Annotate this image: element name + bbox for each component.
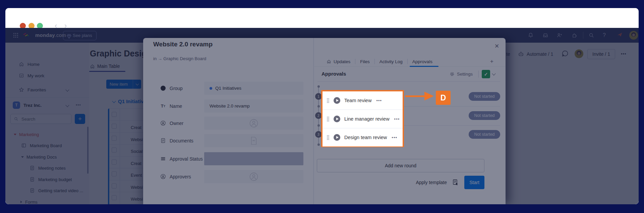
round-name[interactable]: Line manager review xyxy=(344,116,390,122)
drag-handle-icon[interactable] xyxy=(327,98,330,103)
round-name[interactable]: Design team review xyxy=(344,135,387,140)
browser-window: ‹ › monday.com See plans xyxy=(5,8,639,204)
annotation-label-d: D xyxy=(436,91,451,105)
window-titlebar: ‹ › xyxy=(5,8,639,28)
play-icon[interactable] xyxy=(334,116,340,122)
approval-round-row[interactable]: Design team review ••• xyxy=(323,128,403,146)
drag-handle-icon[interactable] xyxy=(327,135,330,140)
approval-round-row[interactable]: Line manager review ••• xyxy=(323,110,403,128)
annotation-arrow-head xyxy=(424,92,434,100)
play-icon[interactable] xyxy=(334,134,340,141)
round-menu-icon[interactable]: ••• xyxy=(392,135,397,140)
approval-round-row[interactable]: Team review ••• xyxy=(323,91,403,110)
annotation-arrow xyxy=(405,95,425,97)
highlight-box-rounds: Team review ••• Line manager review ••• … xyxy=(321,90,404,147)
round-menu-icon[interactable]: ••• xyxy=(376,98,382,103)
round-name[interactable]: Team review xyxy=(344,98,371,103)
app-content: monday.com See plans ? Home xyxy=(5,28,639,204)
drag-handle-icon[interactable] xyxy=(327,116,330,122)
play-icon[interactable] xyxy=(334,97,340,104)
screenshot-stage: ‹ › monday.com See plans xyxy=(0,0,644,213)
round-menu-icon[interactable]: ••• xyxy=(394,117,400,122)
